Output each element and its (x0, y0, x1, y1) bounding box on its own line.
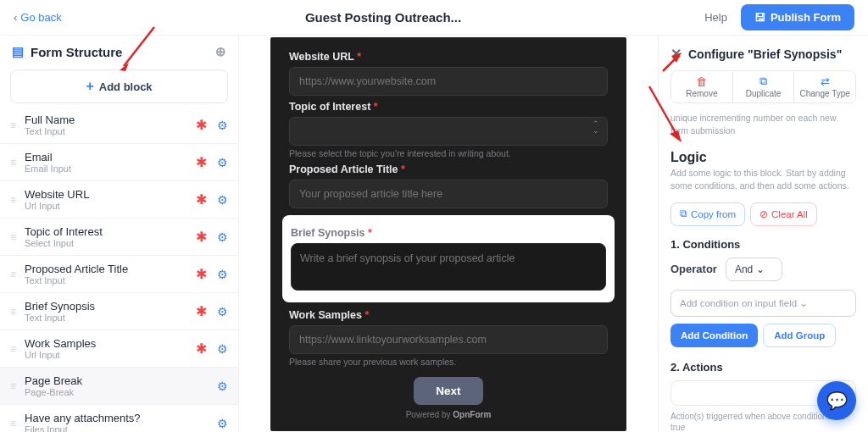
operator-select[interactable]: And ⌄ (726, 258, 782, 281)
drag-handle-icon[interactable]: ≡ (10, 119, 16, 131)
block-item[interactable]: ≡Topic of InterestSelect Input✱⚙ (0, 219, 238, 256)
block-subtype: Email Input (25, 163, 196, 174)
gear-icon[interactable]: ⚙ (217, 305, 228, 318)
field-label-samples: Work Samples * (289, 309, 608, 321)
topic-helper: Please select the topic you're intereste… (289, 148, 608, 158)
help-link[interactable]: Help (704, 11, 727, 24)
required-icon: ✱ (196, 191, 207, 208)
block-item[interactable]: ≡Page BreakPage-Break⚙ (0, 368, 238, 405)
close-icon[interactable]: ✕ (670, 46, 682, 62)
add-block-button[interactable]: + Add block (10, 69, 228, 103)
drag-handle-icon[interactable]: ≡ (10, 343, 16, 355)
gear-icon[interactable]: ⚙ (217, 417, 228, 430)
field-label-synopsis: Brief Synopsis * (291, 227, 606, 239)
copy-icon: ⧉ (680, 208, 687, 219)
next-button[interactable]: Next (414, 377, 482, 405)
block-item[interactable]: ≡Full NameText Input✱⚙ (0, 107, 238, 144)
block-title: Have any attachments? (25, 412, 217, 424)
block-subtype: Select Input (25, 238, 196, 248)
block-subtype: Page-Break (25, 387, 217, 397)
block-item[interactable]: ≡Proposed Article TitleText Input✱⚙ (0, 256, 238, 293)
samples-input[interactable] (289, 325, 608, 354)
block-item[interactable]: ≡Website URLUrl Input✱⚙ (0, 181, 238, 219)
block-subtype: Url Input (25, 350, 196, 360)
block-subtype: Url Input (25, 201, 196, 211)
block-title: Brief Synopsis (25, 300, 196, 313)
swap-icon: ⇄ (796, 75, 854, 88)
block-title: Page Break (25, 374, 217, 387)
block-item[interactable]: ≡Work SamplesUrl Input✱⚙ (0, 330, 238, 368)
change-type-button[interactable]: ⇄Change Type (794, 71, 855, 102)
duplicate-button[interactable]: ⧉Duplicate (733, 71, 795, 102)
plus-icon: + (86, 79, 93, 94)
logic-sub: Add some logic to this block. Start by a… (670, 167, 856, 191)
block-item[interactable]: ≡EmailEmail Input✱⚙ (0, 144, 238, 181)
required-icon: ✱ (196, 154, 207, 170)
gear-icon[interactable]: ⚙ (217, 156, 228, 169)
publish-label: Publish Form (771, 11, 841, 24)
gear-icon[interactable]: ⚙ (217, 268, 228, 281)
gear-icon[interactable]: ⚙ (217, 119, 228, 132)
clear-icon: ⊘ (760, 208, 768, 220)
condition-field-select[interactable]: Add condition on input field ⌄ (670, 290, 856, 317)
form-preview-panel: Website URL * Topic of Interest * Please… (239, 36, 658, 432)
field-label-website: Website URL * (289, 51, 608, 63)
chat-fab[interactable]: 💬 (817, 381, 856, 420)
save-icon: 🖫 (754, 11, 765, 24)
required-icon: ✱ (196, 117, 207, 133)
drag-handle-icon[interactable]: ≡ (10, 380, 16, 392)
trash-icon: 🗑 (673, 75, 731, 88)
clear-all-button[interactable]: ⊘Clear All (750, 202, 817, 226)
website-input[interactable] (289, 67, 608, 96)
drag-handle-icon[interactable]: ≡ (10, 157, 16, 169)
conditions-heading: 1. Conditions (670, 238, 856, 251)
samples-helper: Please share your previous work samples. (289, 357, 608, 367)
block-item[interactable]: ≡Have any attachments?Files Input⚙ (0, 405, 238, 432)
required-icon: ✱ (196, 303, 207, 319)
powered-by: Powered by OpnForm (289, 410, 608, 419)
drag-handle-icon[interactable]: ≡ (10, 418, 16, 429)
copy-icon: ⧉ (735, 75, 793, 88)
config-heading: ✕ Configure "Brief Synopsis" (670, 46, 856, 62)
article-input[interactable] (289, 180, 608, 208)
synopsis-textarea[interactable] (291, 243, 606, 291)
block-subtype: Text Input (25, 275, 196, 285)
block-title: Proposed Article Title (25, 263, 196, 275)
logic-heading: Logic (670, 150, 856, 165)
gear-icon[interactable]: ⚙ (217, 342, 228, 356)
remove-button[interactable]: 🗑Remove (671, 71, 733, 102)
field-label-topic: Topic of Interest * (289, 101, 608, 113)
drag-handle-icon[interactable]: ≡ (10, 269, 16, 280)
config-hint: unique incrementing number on each new f… (670, 112, 856, 136)
collapse-icon[interactable]: ⊕ (215, 44, 226, 59)
gear-icon[interactable]: ⚙ (217, 379, 228, 393)
actions-heading: 2. Actions (670, 361, 856, 374)
block-title: Email (25, 151, 196, 163)
add-condition-button[interactable]: Add Condition (670, 324, 758, 347)
publish-button[interactable]: 🖫 Publish Form (741, 4, 854, 30)
gear-icon[interactable]: ⚙ (217, 230, 228, 244)
topic-select[interactable] (289, 117, 608, 146)
copy-from-button[interactable]: ⧉Copy from (670, 202, 745, 226)
block-list: ≡Full NameText Input✱⚙≡EmailEmail Input✱… (0, 107, 238, 432)
go-back-label: Go back (20, 11, 61, 24)
go-back-link[interactable]: ‹ Go back (14, 11, 62, 24)
block-subtype: Files Input (25, 424, 217, 432)
required-icon: ✱ (196, 229, 207, 245)
block-title: Work Samples (25, 337, 196, 350)
form-canvas: Website URL * Topic of Interest * Please… (270, 37, 626, 431)
gear-icon[interactable]: ⚙ (217, 193, 228, 207)
block-subtype: Text Input (25, 126, 196, 136)
drag-handle-icon[interactable]: ≡ (10, 194, 16, 206)
block-title: Website URL (25, 188, 196, 201)
block-item[interactable]: ≡Brief SynopsisText Input✱⚙ (0, 293, 238, 330)
structure-heading: ▤ Form Structure ⊕ (0, 36, 238, 66)
drag-handle-icon[interactable]: ≡ (10, 306, 16, 318)
block-title: Full Name (25, 114, 196, 126)
chat-icon: 💬 (826, 390, 848, 411)
form-structure-panel: ▤ Form Structure ⊕ + Add block ≡Full Nam… (0, 36, 239, 432)
config-action-row: 🗑Remove ⧉Duplicate ⇄Change Type (670, 70, 856, 103)
add-group-button[interactable]: Add Group (763, 324, 836, 347)
drag-handle-icon[interactable]: ≡ (10, 231, 16, 243)
app-header: ‹ Go back Guest Posting Outreach... Help… (0, 0, 868, 36)
